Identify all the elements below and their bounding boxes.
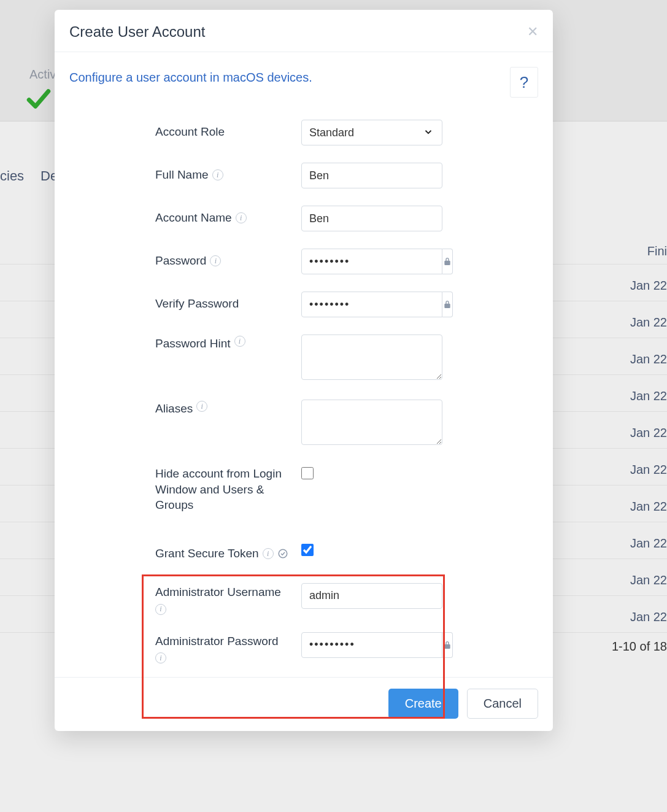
account-role-select[interactable]: Standard [301,120,442,145]
aliases-label: Aliases [155,401,193,417]
verify-password-input[interactable] [301,292,442,317]
info-icon[interactable]: i [210,255,221,266]
create-button[interactable]: Create [388,689,458,719]
info-icon[interactable]: i [234,336,245,347]
hide-account-checkbox[interactable] [301,467,314,479]
info-icon[interactable]: i [212,169,223,180]
full-name-input[interactable] [301,163,442,188]
close-icon[interactable]: ✕ [527,24,538,40]
modal-body: Configure a user account in macOS device… [55,52,553,677]
lock-icon[interactable] [442,292,453,317]
admin-password-label: Administrator Password [155,633,279,649]
password-input[interactable] [301,249,442,274]
password-hint-label: Password Hint [155,336,231,352]
account-name-input[interactable] [301,206,442,231]
create-user-account-modal: Create User Account ✕ Configure a user a… [55,10,553,731]
lock-icon[interactable] [442,249,453,274]
grant-secure-token-label: Grant Secure Token [155,546,259,562]
info-icon[interactable]: i [155,604,166,615]
password-hint-textarea[interactable] [301,334,442,380]
admin-username-label: Administrator Username [155,584,281,600]
modal-header: Create User Account ✕ [55,10,553,52]
info-icon[interactable]: i [155,652,166,663]
admin-username-input[interactable] [301,583,442,609]
grant-secure-token-checkbox[interactable] [301,544,314,556]
checklist-icon [277,548,288,559]
hide-account-label: Hide account from Login Window and Users… [155,466,289,513]
form: Account Role Standard Full Na [69,120,538,663]
svg-point-0 [279,549,287,558]
lock-icon[interactable] [442,632,453,658]
account-name-label: Account Name [155,210,232,226]
modal-subtitle: Configure a user account in macOS device… [69,71,312,85]
info-icon[interactable]: i [263,548,274,559]
full-name-label: Full Name [155,167,209,183]
info-icon[interactable]: i [196,401,207,412]
admin-password-input[interactable] [301,632,442,658]
password-label: Password [155,253,206,269]
info-icon[interactable]: i [236,212,247,223]
help-button[interactable]: ? [510,67,538,98]
aliases-textarea[interactable] [301,400,442,445]
account-role-label: Account Role [155,124,225,140]
cancel-button[interactable]: Cancel [467,689,538,719]
modal-footer: Create Cancel [55,677,553,732]
modal-title: Create User Account [69,23,205,41]
verify-password-label: Verify Password [155,296,239,312]
